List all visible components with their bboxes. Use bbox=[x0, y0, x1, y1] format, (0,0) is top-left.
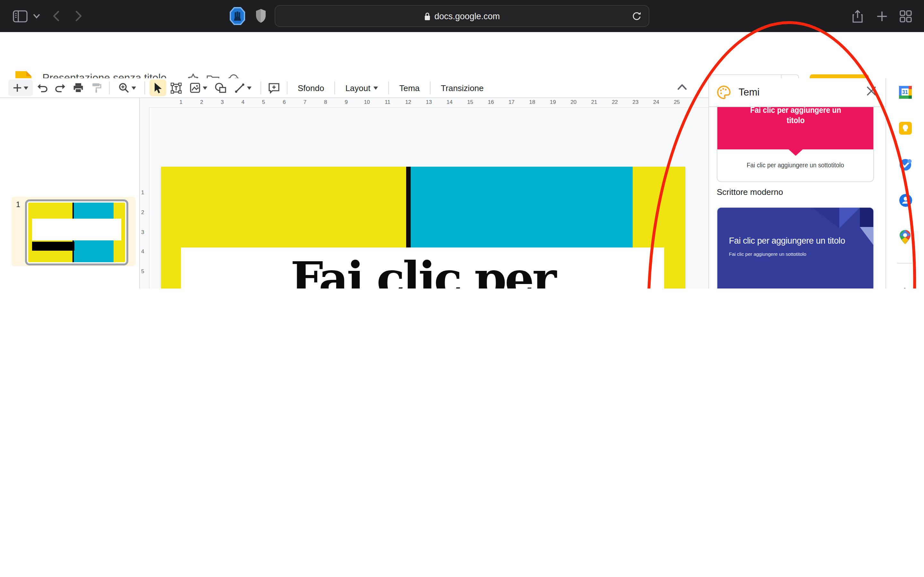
theme-preview-title-band: Fai clic per aggiungere un titolo bbox=[717, 107, 873, 149]
contacts-icon[interactable] bbox=[899, 193, 913, 207]
slide-thumbnail[interactable] bbox=[25, 199, 128, 266]
theme-preview-subtitle: Fai clic per aggiungere un sottotitolo bbox=[725, 161, 865, 169]
background-button[interactable]: Sfondo bbox=[291, 81, 330, 95]
svg-text:31: 31 bbox=[902, 89, 908, 95]
theme-preview-title: Fai clic per aggiungere un titolo bbox=[729, 236, 845, 245]
rail-divider bbox=[897, 263, 913, 263]
share-page-icon[interactable] bbox=[852, 0, 863, 32]
insert-image-button[interactable] bbox=[186, 79, 211, 96]
add-addon-icon[interactable] bbox=[899, 287, 911, 288]
maps-icon[interactable] bbox=[899, 229, 911, 245]
tasks-icon[interactable] bbox=[899, 158, 913, 171]
title-line1: Fai clic per bbox=[290, 249, 555, 288]
theme-name: Scrittore moderno bbox=[717, 187, 783, 197]
palette-icon bbox=[717, 85, 731, 99]
theme-preview-subtitle: Fai clic per aggiungere un sottotitolo bbox=[729, 251, 806, 257]
sidebar-toggle-button[interactable] bbox=[13, 0, 27, 32]
application-window: docs.google.com Presentazione senza tito… bbox=[0, 0, 924, 288]
text-box-tool-button[interactable] bbox=[168, 79, 184, 96]
new-tab-icon[interactable] bbox=[877, 0, 887, 32]
calendar-icon[interactable]: 31 bbox=[899, 86, 912, 99]
paint-format-button[interactable] bbox=[88, 79, 105, 96]
new-slide-button[interactable] bbox=[8, 79, 33, 96]
slide-canvas[interactable]: 1234567891011121314151617181920212223242… bbox=[140, 98, 708, 288]
transition-button[interactable]: Transizione bbox=[435, 81, 490, 95]
sidebar-chevron-down-icon[interactable] bbox=[33, 0, 40, 32]
current-slide[interactable]: Fai clic per aggiungere un titolo Fai cl… bbox=[161, 167, 685, 288]
hand-extension-icon[interactable] bbox=[230, 0, 245, 32]
ruler-top: 1234567891011121314151617181920212223242… bbox=[150, 99, 708, 108]
pink-notch bbox=[788, 149, 803, 156]
themes-panel: Temi Fai clic per aggiungere un titolo F… bbox=[708, 78, 885, 288]
browser-chrome: docs.google.com bbox=[0, 0, 924, 33]
theme-card-geometrico[interactable]: Fai clic per aggiungere un titolo Fai cl… bbox=[717, 207, 874, 288]
theme-card-scrittore-moderno[interactable]: Fai clic per aggiungere un titolo Fai cl… bbox=[717, 107, 874, 182]
undo-button[interactable] bbox=[34, 79, 51, 96]
address-bar[interactable]: docs.google.com bbox=[275, 5, 649, 27]
line-tool-button[interactable] bbox=[230, 79, 256, 96]
tab-overview-icon[interactable] bbox=[900, 0, 912, 32]
redo-button[interactable] bbox=[52, 79, 69, 96]
print-button[interactable] bbox=[70, 79, 87, 96]
keep-icon[interactable] bbox=[899, 122, 912, 135]
shape-tool-button[interactable] bbox=[212, 79, 229, 96]
lock-icon bbox=[424, 12, 431, 20]
zoom-button[interactable] bbox=[114, 79, 140, 96]
url-text: docs.google.com bbox=[435, 11, 500, 21]
shield-extension-icon[interactable] bbox=[255, 0, 266, 32]
themes-panel-title: Temi bbox=[738, 87, 759, 98]
workspace-side-rail: 31 bbox=[885, 78, 924, 288]
app-header: Presentazione senza titolo FileModificaV… bbox=[0, 32, 924, 78]
themes-list: Fai clic per aggiungere un titolo Fai cl… bbox=[709, 107, 885, 288]
slide-number: 1 bbox=[16, 201, 20, 208]
collapse-toolbar-icon[interactable] bbox=[678, 84, 687, 90]
layout-button[interactable]: Layout bbox=[339, 81, 384, 95]
back-button[interactable] bbox=[53, 0, 60, 32]
close-panel-icon[interactable] bbox=[866, 86, 877, 96]
title-placeholder[interactable]: Fai clic per aggiungere un titolo bbox=[181, 247, 664, 288]
ruler-left: 1234567891011121314 bbox=[140, 107, 150, 288]
themes-panel-header: Temi bbox=[709, 78, 885, 107]
select-tool-button[interactable] bbox=[150, 79, 166, 96]
reload-icon[interactable] bbox=[632, 11, 641, 21]
theme-button[interactable]: Tema bbox=[393, 81, 426, 95]
insert-comment-button[interactable] bbox=[266, 79, 282, 96]
slide-filmstrip: 1 bbox=[0, 98, 140, 288]
forward-button[interactable] bbox=[75, 0, 82, 32]
